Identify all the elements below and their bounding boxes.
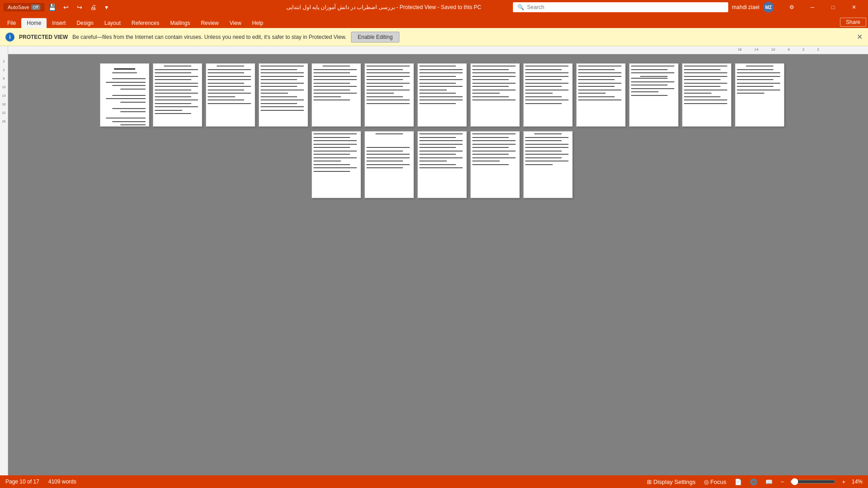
line xyxy=(261,86,297,87)
maximize-button[interactable]: □ xyxy=(823,0,844,14)
line xyxy=(313,133,357,134)
line xyxy=(525,161,569,161)
tab-mailings[interactable]: Mailings xyxy=(165,18,195,28)
line xyxy=(112,108,146,109)
line xyxy=(525,93,553,94)
search-box[interactable]: 🔍 xyxy=(513,2,728,12)
zoom-slider[interactable] xyxy=(790,478,835,485)
display-settings-button[interactable]: ⊞ Display Settings xyxy=(645,478,697,486)
page-thumb-3[interactable] xyxy=(206,63,255,127)
page-thumb-10[interactable] xyxy=(576,63,626,127)
tab-layout[interactable]: Layout xyxy=(99,18,126,28)
page-thumb-17[interactable] xyxy=(470,131,520,198)
line xyxy=(684,93,711,94)
zoom-out-button[interactable]: − xyxy=(779,478,786,486)
search-icon: 🔍 xyxy=(517,4,524,10)
line xyxy=(525,83,569,84)
page-lines-2 xyxy=(153,64,202,117)
page-thumb-14[interactable] xyxy=(312,131,361,198)
page-thumb-12[interactable] xyxy=(682,63,731,127)
page-thumb-15[interactable] xyxy=(365,131,414,198)
redo-button[interactable]: ↪ xyxy=(74,2,85,13)
line xyxy=(684,99,727,100)
zoom-in-button[interactable]: + xyxy=(840,478,847,486)
page-thumb-5[interactable] xyxy=(312,63,361,127)
line xyxy=(313,161,341,161)
page-thumb-2[interactable] xyxy=(153,63,202,127)
close-button[interactable]: ✕ xyxy=(844,0,864,14)
read-mode-button[interactable]: 📖 xyxy=(764,478,774,486)
line xyxy=(208,90,244,90)
pages-row-2 xyxy=(312,131,573,198)
line xyxy=(208,86,251,87)
line xyxy=(366,154,410,155)
page-thumb-11[interactable] xyxy=(629,63,678,127)
pages-row-1 xyxy=(100,63,784,127)
line xyxy=(261,110,304,111)
ruler-num-2b: 2 xyxy=(817,47,819,52)
ruler-num-18: 18 xyxy=(738,47,742,52)
undo-button[interactable]: ↩ xyxy=(61,2,71,13)
page-thumb-18[interactable] xyxy=(523,131,573,198)
line xyxy=(208,69,251,70)
line xyxy=(120,111,146,112)
line xyxy=(684,103,727,104)
line xyxy=(737,72,780,73)
save-button[interactable]: 💾 xyxy=(47,2,58,13)
protected-icon: i xyxy=(5,33,14,42)
autosave-button[interactable]: AutoSave Off xyxy=(4,3,44,11)
line xyxy=(684,66,727,66)
line xyxy=(261,96,297,97)
tab-design[interactable]: Design xyxy=(71,18,99,28)
tab-references[interactable]: References xyxy=(126,18,165,28)
page-thumb-8[interactable] xyxy=(470,63,520,127)
print-button[interactable]: 🖨 xyxy=(88,2,99,13)
focus-button[interactable]: ◎ Focus xyxy=(702,478,728,486)
settings-button[interactable]: ⚙ xyxy=(781,0,802,14)
line xyxy=(261,106,304,107)
customize-button[interactable]: ▾ xyxy=(101,2,112,13)
page-lines-9 xyxy=(524,64,572,107)
page-thumb-16[interactable] xyxy=(417,131,467,198)
web-layout-button[interactable]: 🌐 xyxy=(748,478,759,486)
page-thumb-4[interactable] xyxy=(259,63,308,127)
tab-home[interactable]: Home xyxy=(21,18,47,28)
line xyxy=(578,72,621,73)
page-lines-18 xyxy=(524,132,572,168)
line xyxy=(419,99,463,100)
line xyxy=(472,161,500,161)
page-lines-17 xyxy=(471,132,519,168)
tab-view[interactable]: View xyxy=(224,18,247,28)
line xyxy=(737,69,773,70)
page-lines-6 xyxy=(365,64,413,107)
close-protected-bar-button[interactable]: ✕ xyxy=(857,33,863,41)
line xyxy=(737,90,780,90)
tab-insert[interactable]: Insert xyxy=(47,18,71,28)
line xyxy=(419,103,456,104)
page-thumb-1[interactable] xyxy=(100,63,149,127)
page-lines-4 xyxy=(259,64,308,114)
tab-file[interactable]: File xyxy=(2,18,21,28)
line xyxy=(525,147,569,148)
page-thumb-7[interactable] xyxy=(417,63,467,127)
tab-review[interactable]: Review xyxy=(195,18,224,28)
line xyxy=(366,164,410,165)
page-thumb-13[interactable] xyxy=(735,63,784,127)
print-layout-button[interactable]: 📄 xyxy=(733,478,744,486)
page-thumb-9[interactable] xyxy=(523,63,573,127)
page-thumb-6[interactable] xyxy=(365,63,414,127)
line xyxy=(208,79,251,80)
minimize-button[interactable]: ─ xyxy=(802,0,823,14)
enable-editing-button[interactable]: Enable Editing xyxy=(351,32,399,43)
line xyxy=(525,103,562,104)
tab-help[interactable]: Help xyxy=(247,18,269,28)
main-content: 18 14 10 6 2 2 xyxy=(8,46,868,475)
line xyxy=(261,99,304,100)
line xyxy=(684,90,727,90)
search-input[interactable] xyxy=(527,4,724,10)
pages-container[interactable] xyxy=(16,54,868,475)
line xyxy=(578,93,606,94)
ruler-top: 18 14 10 6 2 2 xyxy=(8,46,868,54)
line xyxy=(164,66,191,66)
share-button[interactable]: Share xyxy=(840,18,866,27)
